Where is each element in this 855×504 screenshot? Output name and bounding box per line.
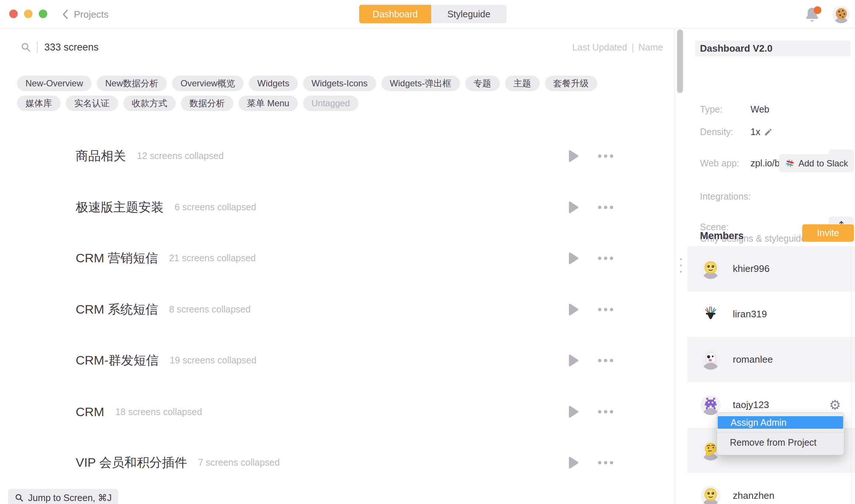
section-row[interactable]: CRM 营销短信21 screens collapsed — [0, 233, 674, 284]
section-more-button[interactable] — [598, 359, 613, 362]
tag-pill[interactable]: Widgets — [249, 76, 298, 91]
menu-item-remove-from-project[interactable]: Remove from Project — [717, 436, 844, 449]
sort-last-updated[interactable]: Last Updated — [572, 42, 627, 53]
density-label: Density: — [700, 127, 733, 137]
webapp-label: Web app: — [700, 158, 739, 168]
member-avatar — [701, 350, 721, 370]
section-title: CRM 营销短信 — [76, 251, 158, 265]
section-more-button[interactable] — [598, 410, 613, 413]
tag-pill[interactable]: 收款方式 — [123, 96, 176, 111]
member-row-liran319[interactable]: liran319 — [687, 291, 855, 337]
tab-styleguide[interactable]: Styleguide — [431, 5, 507, 23]
section-row[interactable]: VIP 会员和积分插件7 screens collapsed — [0, 437, 674, 489]
tag-pill[interactable]: 主题 — [505, 76, 540, 91]
sort-options: Last Updated | Name — [572, 42, 663, 53]
project-title-field[interactable]: Dashboard V2.0 — [695, 41, 851, 56]
section-more-button[interactable] — [598, 257, 613, 260]
notification-badge — [814, 6, 821, 14]
sort-name[interactable]: Name — [638, 42, 663, 53]
expand-section-button[interactable] — [567, 405, 580, 419]
member-context-menu: Assign Admin Remove from Project — [717, 412, 844, 455]
expand-section-button[interactable] — [567, 251, 580, 265]
density-value: 1x — [751, 127, 760, 137]
add-to-slack-button[interactable]: Add to Slack — [779, 154, 854, 172]
member-row-khier996[interactable]: khier996 — [687, 246, 855, 291]
breadcrumb-projects[interactable]: Projects — [62, 0, 109, 29]
members-scroll-track — [851, 244, 851, 504]
cookie-icon — [835, 7, 848, 20]
section-row[interactable]: CRM18 screens collapsed — [0, 386, 674, 438]
section-count: 21 screens collapsed — [169, 253, 256, 263]
tag-pill[interactable]: 实名认证 — [66, 96, 118, 111]
invite-button[interactable]: Invite — [802, 224, 854, 242]
slack-icon — [785, 158, 795, 168]
title-bar: Projects Dashboard Styleguide — [0, 0, 855, 29]
jump-to-screen-button[interactable]: Jump to Screen, ⌘J — [8, 489, 118, 504]
tag-filter-row-2: 媒体库 实名认证 收款方式 数据分析 菜单 Menu Untagged — [17, 96, 358, 111]
tag-pill[interactable]: New数据分析 — [97, 76, 167, 91]
screens-toolbar: 333 screens Last Updated | Name — [21, 38, 663, 56]
section-row[interactable]: 商品相关12 screens collapsed — [0, 131, 674, 182]
edit-pencil-icon[interactable] — [764, 128, 773, 137]
section-more-button[interactable] — [598, 206, 613, 209]
member-name: taojy123 — [733, 399, 769, 411]
tag-pill[interactable]: Widgets-Icons — [303, 76, 376, 91]
minimize-window-button[interactable] — [24, 10, 32, 18]
window-controls — [9, 10, 47, 18]
tag-pill[interactable]: 媒体库 — [17, 96, 61, 111]
tag-pill[interactable]: 专题 — [465, 76, 500, 91]
sidebar-drag-handle[interactable] — [680, 258, 682, 273]
section-count: 8 screens collapsed — [169, 304, 251, 314]
thinking-face-icon — [703, 442, 718, 456]
tag-pill[interactable]: Widgets-弹出框 — [381, 76, 460, 91]
expand-section-button[interactable] — [567, 200, 580, 214]
section-title: CRM-群发短信 — [76, 353, 159, 367]
section-row[interactable]: 极速版主题安装6 screens collapsed — [0, 182, 674, 233]
tab-dashboard[interactable]: Dashboard — [359, 5, 431, 23]
type-row: Type: Web — [700, 104, 722, 115]
close-window-button[interactable] — [9, 10, 18, 18]
menu-separator — [717, 432, 844, 433]
user-avatar-cookie[interactable] — [832, 6, 850, 23]
content-sidebar-divider — [674, 29, 674, 504]
member-row-romanlee[interactable]: romanlee — [687, 337, 855, 382]
expand-section-button[interactable] — [567, 456, 580, 470]
expand-section-button[interactable] — [567, 353, 580, 367]
scrollbar-thumb[interactable] — [677, 30, 683, 93]
tag-filter-row-1: New-Overview New数据分析 Overview概览 Widgets … — [17, 76, 597, 91]
expand-section-button[interactable] — [567, 149, 580, 163]
ghost-icon — [703, 351, 718, 366]
zoom-window-button[interactable] — [39, 10, 47, 18]
notifications-button[interactable] — [804, 6, 821, 23]
member-settings-gear-icon[interactable]: ⚙ — [829, 398, 841, 412]
member-row-zhanzhen[interactable]: zhanzhen — [687, 473, 855, 504]
search-icon[interactable] — [21, 42, 31, 52]
section-count: 12 screens collapsed — [137, 151, 224, 161]
section-count: 7 screens collapsed — [198, 457, 280, 467]
members-list: khier996 liran319 — [687, 246, 855, 504]
menu-item-assign-admin[interactable]: Assign Admin — [718, 416, 843, 429]
tag-pill[interactable]: New-Overview — [17, 76, 92, 91]
members-heading: Members — [700, 230, 744, 242]
tag-pill[interactable]: 套餐升级 — [545, 76, 597, 91]
section-more-button[interactable] — [598, 308, 613, 311]
tag-pill-untagged[interactable]: Untagged — [303, 96, 358, 111]
tag-pill[interactable]: 菜单 Menu — [238, 96, 298, 111]
deer-icon — [702, 305, 720, 323]
section-row[interactable]: CRM-群发短信19 screens collapsed — [0, 335, 674, 386]
section-title: 商品相关 — [76, 149, 126, 163]
section-title: 极速版主题安装 — [76, 200, 164, 214]
member-avatar — [701, 395, 721, 415]
member-name: zhanzhen — [733, 490, 775, 501]
tag-pill[interactable]: 数据分析 — [181, 96, 233, 111]
section-row[interactable]: CRM 系统短信8 screens collapsed — [0, 284, 674, 335]
type-label: Type: — [700, 104, 722, 114]
toolbar-divider — [37, 42, 38, 53]
topbar-actions — [804, 0, 850, 29]
view-tabs: Dashboard Styleguide — [359, 5, 507, 23]
section-more-button[interactable] — [598, 461, 613, 465]
section-more-button[interactable] — [598, 155, 613, 158]
expand-section-button[interactable] — [567, 303, 580, 317]
tag-pill[interactable]: Overview概览 — [172, 76, 244, 91]
search-icon — [15, 493, 24, 502]
